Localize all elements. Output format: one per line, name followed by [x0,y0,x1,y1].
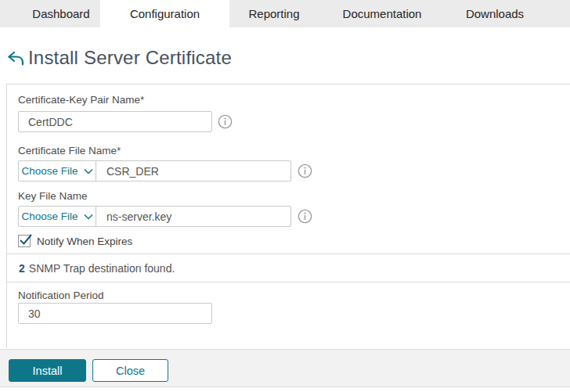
notify-when-expires-checkbox[interactable]: Notify When Expires [18,235,132,247]
info-icon[interactable] [218,114,233,129]
tab-reporting[interactable]: Reporting [229,0,319,27]
notification-period-input[interactable] [18,303,212,324]
cert-file-name-value[interactable]: CSR_DER [96,165,159,178]
tab-dashboard[interactable]: Dashboard [0,0,100,27]
choose-file-label: Choose File [21,210,78,222]
info-icon[interactable] [298,164,312,178]
cert-key-pair-name-label: Certificate-Key Pair Name* [18,94,144,106]
cert-key-pair-name-input[interactable] [18,111,212,132]
top-tab-bar: Dashboard Configuration Reporting Docume… [0,0,570,27]
snmp-trap-text: SNMP Trap destination found. [29,262,175,275]
info-icon[interactable] [298,209,312,224]
tab-downloads[interactable]: Downloads [446,0,544,27]
close-button[interactable]: Close [92,359,168,382]
key-file-choose-button[interactable]: Choose File [19,207,96,226]
key-file-name-label: Key File Name [18,190,88,202]
chevron-down-icon [84,214,93,220]
install-certificate-form: Certificate-Key Pair Name* Certificate F… [6,84,570,348]
key-file-name-field: Choose File ns-server.key [18,206,291,227]
tab-configuration[interactable]: Configuration [100,0,229,27]
install-button[interactable]: Install [9,359,86,382]
tab-documentation[interactable]: Documentation [319,0,446,27]
key-file-name-value[interactable]: ns-server.key [96,210,171,223]
snmp-trap-count: 2 [19,262,25,275]
snmp-trap-notice: 2 SNMP Trap destination found. [7,254,570,282]
cert-file-name-field: Choose File CSR_DER [18,160,291,182]
chevron-down-icon [84,168,93,174]
notification-period-label: Notification Period [18,290,104,301]
choose-file-label: Choose File [21,165,78,177]
form-footer: Install Close [0,349,570,387]
checkbox-box[interactable] [18,235,31,247]
notify-when-expires-label: Notify When Expires [37,236,132,247]
cert-file-name-label: Certificate File Name* [18,145,121,156]
page-title: Install Server Certificate [28,47,232,69]
cert-file-choose-button[interactable]: Choose File [19,161,96,181]
checkmark-icon [20,233,34,247]
back-arrow-icon[interactable] [6,50,25,69]
